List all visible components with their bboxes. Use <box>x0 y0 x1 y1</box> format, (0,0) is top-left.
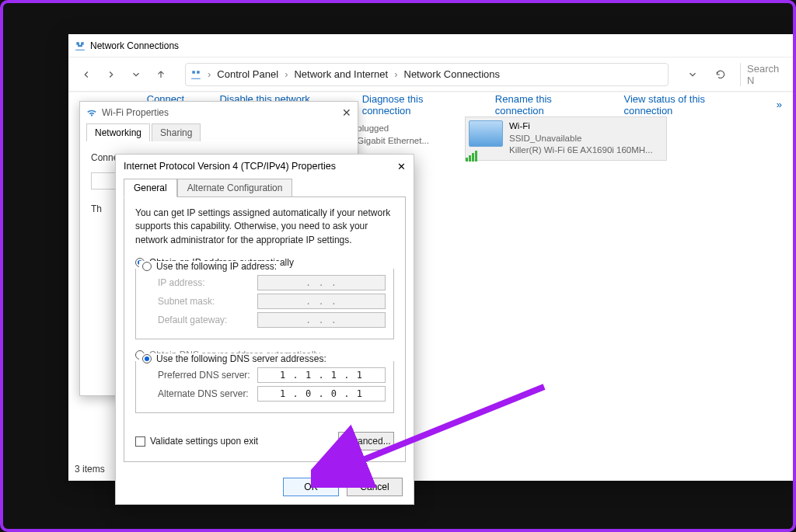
forward-button[interactable] <box>103 66 120 83</box>
preferred-dns-row: Preferred DNS server: 1 . 1 . 1 . 1 <box>158 367 386 383</box>
signal-bars-icon <box>466 151 477 162</box>
radio-label: Use the following IP address: <box>156 261 277 272</box>
tab-strip: Networking Sharing <box>80 123 358 141</box>
manual-dns-group: Use the following DNS server addresses: … <box>135 361 394 413</box>
ok-button[interactable]: OK <box>283 478 339 496</box>
default-gateway-input: . . . <box>257 312 386 328</box>
adapter-ssid: SSID_Unavailable <box>509 133 653 145</box>
description-text: You can get IP settings assigned automat… <box>135 207 394 247</box>
validate-checkbox[interactable]: Validate settings upon exit <box>135 436 258 447</box>
field-label: IP address: <box>158 277 204 288</box>
tab-alternate-config[interactable]: Alternate Configuration <box>177 179 293 197</box>
radio-label: Use the following DNS server addresses: <box>156 353 326 364</box>
field-label: Preferred DNS server: <box>158 370 250 381</box>
manual-ip-group: Use the following IP address: IP address… <box>135 269 394 339</box>
window-title: Network Connections <box>90 40 179 51</box>
overflow-menu[interactable]: » <box>777 99 782 110</box>
tab-general[interactable]: General <box>124 179 177 197</box>
adapter-name: Wi-Fi <box>509 120 653 133</box>
breadcrumb-expand[interactable] <box>684 66 701 83</box>
wifi-icon <box>86 107 97 118</box>
recent-dropdown[interactable] <box>127 66 145 83</box>
up-button[interactable] <box>152 66 169 83</box>
dialog-footer: OK Cancel <box>116 470 414 504</box>
alternate-dns-input[interactable]: 1 . 0 . 0 . 1 <box>257 386 386 402</box>
subnet-mask-row: Subnet mask: . . . <box>158 294 386 309</box>
breadcrumb-item[interactable]: Network and Internet <box>294 68 388 80</box>
cancel-button[interactable]: Cancel <box>347 478 403 496</box>
tab-networking[interactable]: Networking <box>86 123 150 141</box>
tab-strip: General Alternate Configuration <box>116 178 414 196</box>
adapter-desc: Killer(R) Wi-Fi 6E AX1690i 160MH... <box>509 144 653 157</box>
chevron-right-icon: › <box>394 68 397 80</box>
network-icon <box>75 40 86 51</box>
chevron-right-icon: › <box>285 68 288 80</box>
preferred-dns-input[interactable]: 1 . 1 . 1 . 1 <box>257 367 386 383</box>
breadcrumb-item[interactable]: Network Connections <box>404 68 501 80</box>
breadcrumb-item[interactable]: Control Panel <box>217 68 278 80</box>
field-label: Alternate DNS server: <box>158 388 249 399</box>
close-button[interactable]: ✕ <box>342 106 351 119</box>
ipv4-body: You can get IP settings assigned automat… <box>124 196 406 462</box>
radio-ip-manual[interactable]: Use the following IP address: <box>139 261 280 272</box>
tab-sharing[interactable]: Sharing <box>152 123 201 141</box>
field-label: Subnet mask: <box>158 296 215 307</box>
ipv4-properties-window: Internet Protocol Version 4 (TCP/IPv4) P… <box>115 154 414 505</box>
refresh-button[interactable] <box>712 66 729 83</box>
bottom-row: Validate settings upon exit Advanced... <box>135 432 394 450</box>
alternate-dns-row: Alternate DNS server: 1 . 0 . 0 . 1 <box>158 386 386 402</box>
window-title-bar: Network Connections <box>68 34 796 57</box>
breadcrumb[interactable]: › Control Panel › Network and Internet ›… <box>185 63 669 86</box>
subnet-mask-input: . . . <box>257 294 386 309</box>
radio-dns-manual[interactable]: Use the following DNS server addresses: <box>139 353 330 364</box>
back-button[interactable] <box>78 66 95 83</box>
chevron-right-icon: › <box>208 68 211 80</box>
search-input[interactable]: Search N <box>740 63 787 86</box>
dialog-title: Internet Protocol Version 4 (TCP/IPv4) P… <box>124 161 336 172</box>
status-bar: 3 items <box>75 464 105 475</box>
network-icon <box>190 69 201 80</box>
rename-button[interactable]: Rename this connection <box>495 93 601 116</box>
adapter-item-wifi[interactable]: Wi-Fi SSID_Unavailable Killer(R) Wi-Fi 6… <box>465 116 667 161</box>
default-gateway-row: Default gateway: . . . <box>158 312 386 328</box>
radio-dot-icon <box>142 354 152 363</box>
ip-address-row: IP address: . . . <box>158 275 386 290</box>
checkbox-icon <box>135 436 145 447</box>
close-button[interactable]: ✕ <box>397 161 406 172</box>
checkbox-label: Validate settings upon exit <box>150 436 258 447</box>
dialog-title-bar: Wi-Fi Properties ✕ <box>80 102 358 123</box>
adapter-icon <box>469 120 503 147</box>
view-status-button[interactable]: View status of this connection <box>623 93 752 116</box>
diagnose-button[interactable]: Diagnose this connection <box>362 93 472 116</box>
dialog-title: Wi-Fi Properties <box>102 107 169 118</box>
radio-dot-icon <box>142 262 152 271</box>
navigation-bar: › Control Panel › Network and Internet ›… <box>68 57 796 92</box>
field-label: Default gateway: <box>158 315 227 325</box>
ip-address-input: . . . <box>257 275 386 290</box>
advanced-button[interactable]: Advanced... <box>338 432 394 450</box>
dialog-title-bar: Internet Protocol Version 4 (TCP/IPv4) P… <box>116 155 414 178</box>
